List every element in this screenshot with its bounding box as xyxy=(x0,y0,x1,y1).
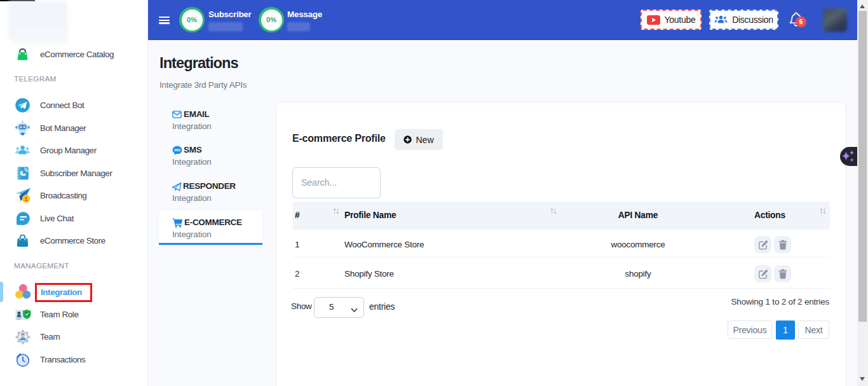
svg-text:SMS: SMS xyxy=(174,149,180,152)
svg-text:1: 1 xyxy=(25,196,28,202)
